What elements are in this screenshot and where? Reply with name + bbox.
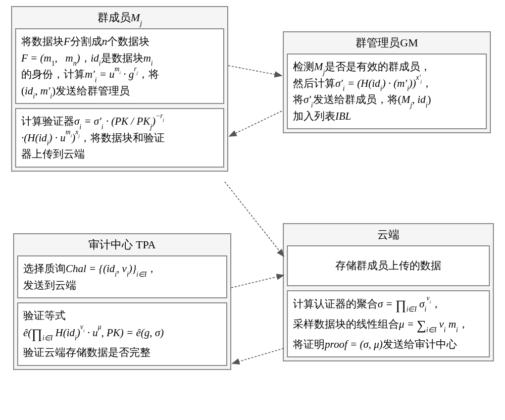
t: ，: [422, 77, 432, 89]
t: ，将: [138, 68, 159, 80]
member-step2: 计算验证器σi = σ'i · (PK / PKj)−rj ·(H(idi) ·…: [15, 108, 224, 168]
member-step1: 将数据块F分割成n个数据块 F = (m1, mn)，idi是数据块mi 的身份…: [15, 28, 224, 104]
arrow-member-to-cloud: [225, 182, 284, 256]
t: 的身份，计算: [21, 68, 85, 80]
t: 存储群成员上传的数据: [335, 259, 441, 272]
tpa-step1: 选择质询Chal = {(idi, vi)}i∈I， 发送到云端: [17, 255, 227, 298]
group-manager-box: 群管理员GM 检测Mj是否是有效的群成员， 然后计算σ'i = (H(idi) …: [283, 31, 491, 133]
group-manager-title: 群管理员GM: [287, 35, 487, 50]
arrow-member-to-gm: [228, 66, 282, 76]
t: 然后计算: [293, 77, 335, 89]
t: 器上传到云端: [21, 148, 85, 160]
cloud-title: 云端: [287, 227, 490, 242]
t: 计算认证器的聚合: [293, 298, 378, 310]
cloud-step2: 计算认证器的聚合σ = ∏i∈I σivi， 采样数据块的线性组合μ = ∑i∈…: [287, 290, 490, 358]
t: 选择质询: [23, 262, 66, 275]
t: 发送给群成员，将: [313, 93, 398, 106]
group-member-box: 群成员Mj 将数据块F分割成n个数据块 F = (m1, mn)，idi是数据块…: [11, 6, 228, 172]
t: 将数据块: [21, 35, 64, 47]
t: 发送给群管理员: [56, 85, 130, 97]
arrow-cloud-to-tpa: [232, 348, 284, 363]
t: 发送到云端: [23, 279, 76, 291]
t: 是否是有效的群成员，: [325, 61, 431, 73]
t: 检测: [293, 61, 314, 73]
t: 计算验证器: [21, 115, 74, 127]
t: ，: [146, 262, 157, 275]
group-member-title: 群成员Mj: [15, 10, 224, 25]
tpa-box: 审计中心 TPA 选择质询Chal = {(idi, vi)}i∈I， 发送到云…: [13, 233, 231, 370]
t: ，: [431, 298, 441, 310]
t: 采样数据块的线性组合: [293, 318, 399, 330]
t: ，将数据块和验证: [80, 132, 165, 144]
t: 验证等式: [23, 309, 66, 322]
t: 分割成: [70, 35, 102, 47]
t: ，: [458, 318, 469, 330]
tpa-title: 审计中心 TPA: [17, 237, 227, 252]
t: 验证云端存储数据是否完整: [23, 346, 150, 358]
cloud-box: 云端 存储群成员上传的数据 计算认证器的聚合σ = ∏i∈I σivi， 采样数…: [283, 223, 494, 361]
t: 加入列表: [293, 110, 335, 122]
t: 是数据块: [101, 52, 143, 64]
t: 发送给审计中心: [383, 338, 457, 350]
tpa-step2: 验证等式 ê(∏i∈I H(idi)vi · uμ, PK) = ê(g, σ)…: [17, 302, 227, 366]
arrow-tpa-to-cloud: [231, 275, 284, 288]
t: 将: [293, 93, 304, 106]
t: 个数据块: [107, 35, 149, 47]
cloud-step1: 存储群成员上传的数据: [287, 245, 490, 286]
t: 将证明: [293, 338, 325, 350]
gm-step1: 检测Mj是否是有效的群成员， 然后计算σ'i = (H(idi) · (m'i)…: [287, 54, 487, 129]
arrow-gm-to-member: [229, 111, 282, 136]
